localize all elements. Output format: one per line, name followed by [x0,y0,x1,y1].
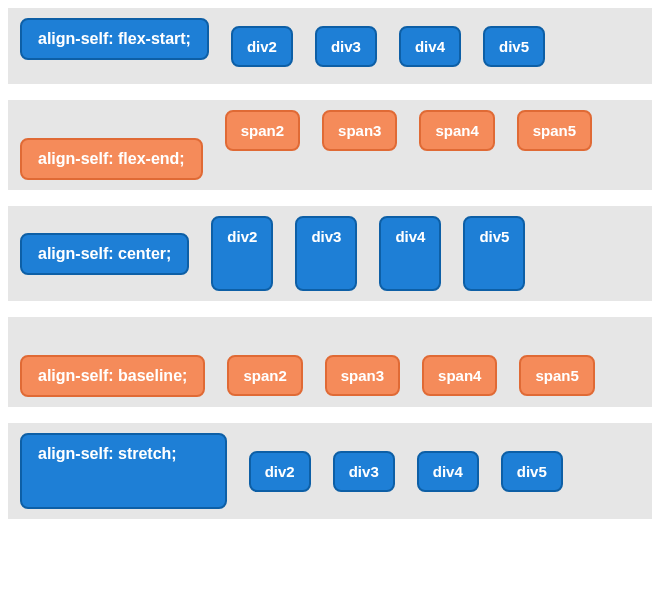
example-baseline: align-self: baseline; span2 span3 span4 … [8,317,652,407]
css-property-label: align-self: stretch; [20,433,227,509]
flex-item: span2 [225,110,300,151]
example-flex-start: align-self: flex-start; div2 div3 div4 d… [8,8,652,84]
flex-item: div4 [399,26,461,67]
css-property-label: align-self: flex-start; [20,18,209,60]
flex-item: div3 [315,26,377,67]
flex-item: div4 [379,216,441,291]
flex-item: div3 [333,451,395,492]
example-stretch: align-self: stretch; div2 div3 div4 div5 [8,423,652,519]
flex-item: div3 [295,216,357,291]
flex-item: span2 [227,355,302,396]
flex-item: div4 [417,451,479,492]
flex-item: div5 [501,451,563,492]
flex-item: span4 [422,355,497,396]
flex-item: div5 [483,26,545,67]
css-property-label: align-self: flex-end; [20,138,203,180]
example-flex-end: align-self: flex-end; span2 span3 span4 … [8,100,652,190]
flex-item: div2 [249,451,311,492]
css-property-label: align-self: baseline; [20,355,205,397]
flex-item: span5 [517,110,592,151]
css-property-label: align-self: center; [20,233,189,275]
flex-item: span4 [419,110,494,151]
flex-item: div2 [231,26,293,67]
flex-item: span3 [322,110,397,151]
flex-item: span3 [325,355,400,396]
flex-item: div2 [211,216,273,291]
flex-item: span5 [519,355,594,396]
flex-item: div5 [463,216,525,291]
example-center: align-self: center; div2 div3 div4 div5 [8,206,652,301]
